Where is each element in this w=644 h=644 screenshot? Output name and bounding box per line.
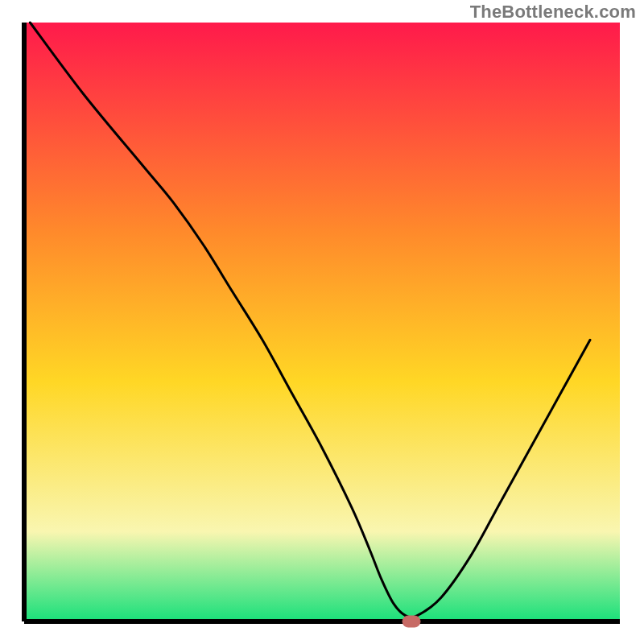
gradient-background (24, 23, 620, 621)
bottleneck-chart (0, 0, 644, 644)
chart-frame: TheBottleneck.com (0, 0, 644, 644)
optimum-marker (402, 616, 420, 627)
plot-area (24, 23, 620, 627)
